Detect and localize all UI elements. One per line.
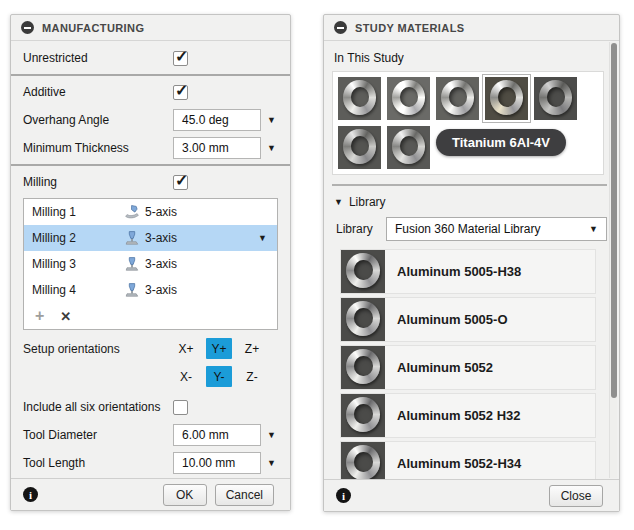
material-list-item[interactable]: Aluminum 5005-O xyxy=(340,297,596,342)
3-axis-mill-icon xyxy=(124,282,140,298)
tool-diameter-row: Tool Diameter 6.00 mm ▼ xyxy=(11,421,290,449)
additive-label: Additive xyxy=(23,85,173,99)
additive-checkbox[interactable] xyxy=(173,85,188,100)
dropdown-arrow-icon[interactable]: ▼ xyxy=(267,143,278,153)
material-thumbnail xyxy=(341,298,385,341)
unrestricted-row: Unrestricted xyxy=(11,44,290,72)
milling-operation-row[interactable]: Milling 3 3-axis xyxy=(24,251,277,277)
section-divider xyxy=(332,184,607,186)
include-all-orientations-checkbox[interactable] xyxy=(173,400,188,415)
cancel-button[interactable]: Cancel xyxy=(215,484,274,506)
in-this-study-swatch-grid: Titanium 6Al-4V xyxy=(332,71,604,175)
milling-operation-name: Milling 3 xyxy=(32,257,124,271)
study-materials-footer: i Close xyxy=(324,479,619,511)
milling-operation-row[interactable]: Milling 1 5-axis xyxy=(24,199,277,225)
material-list-item[interactable]: Aluminum 5005-H38 xyxy=(340,249,596,294)
add-operation-button[interactable]: + xyxy=(35,308,44,324)
library-field-label: Library xyxy=(336,222,386,236)
library-select-row: Library Fusion 360 Material Library ▼ xyxy=(336,217,607,241)
info-icon[interactable]: i xyxy=(23,487,38,502)
library-section-header[interactable]: ▼ Library xyxy=(334,195,619,209)
material-list-item[interactable]: Aluminum 5052-H34 xyxy=(340,441,596,483)
material-swatch[interactable] xyxy=(534,77,577,120)
material-name: Aluminum 5005-H38 xyxy=(397,264,521,279)
tool-diameter-label: Tool Diameter xyxy=(23,428,173,442)
orientation-z-minus-button[interactable]: Z- xyxy=(239,366,265,387)
milling-operations-list: Milling 1 5-axis Milling 2 xyxy=(23,198,278,330)
overhang-angle-label: Overhang Angle xyxy=(23,113,173,127)
dropdown-arrow-icon[interactable]: ▼ xyxy=(267,430,278,440)
in-this-study-label: In This Study xyxy=(334,51,619,65)
dropdown-arrow-icon[interactable]: ▼ xyxy=(267,458,278,468)
material-thumbnail xyxy=(341,250,385,293)
row-dropdown-arrow-icon[interactable]: ▼ xyxy=(258,233,269,243)
milling-label: Milling xyxy=(23,175,173,189)
dropdown-arrow-icon: ▼ xyxy=(589,224,598,234)
milling-operation-name: Milling 4 xyxy=(32,283,124,297)
minimum-thickness-input[interactable]: 3.00 mm xyxy=(173,137,261,159)
collapse-icon[interactable] xyxy=(334,21,347,34)
material-thumbnail xyxy=(341,346,385,389)
collapse-icon[interactable] xyxy=(21,21,34,34)
library-materials-list: Aluminum 5005-H38 Aluminum 5005-O Alumin… xyxy=(340,249,596,483)
material-list-item[interactable]: Aluminum 5052 xyxy=(340,345,596,390)
material-swatch[interactable] xyxy=(436,77,479,120)
axis-type-label: 3-axis xyxy=(145,257,177,271)
material-thumbnail xyxy=(341,394,385,437)
manufacturing-footer: i OK Cancel xyxy=(11,478,290,510)
panel-scrollbar[interactable] xyxy=(609,42,617,478)
orientation-x-plus-button[interactable]: X+ xyxy=(173,338,199,359)
orientation-z-plus-button[interactable]: Z+ xyxy=(239,338,265,359)
study-materials-dialog: STUDY MATERIALS In This Study Titanium 6… xyxy=(323,14,620,512)
study-materials-header: STUDY MATERIALS xyxy=(324,15,619,41)
5-axis-mill-icon xyxy=(124,204,140,220)
axis-type-label: 5-axis xyxy=(145,205,177,219)
milling-operation-row[interactable]: Milling 4 3-axis xyxy=(24,277,277,303)
include-all-orientations-label: Include all six orientations xyxy=(23,400,173,414)
material-thumbnail xyxy=(341,442,385,483)
close-button[interactable]: Close xyxy=(549,485,603,507)
3-axis-mill-icon xyxy=(124,256,140,272)
orientation-y-minus-button[interactable]: Y- xyxy=(206,366,232,387)
manufacturing-header: MANUFACTURING xyxy=(11,15,290,41)
material-list-item[interactable]: Aluminum 5052 H32 xyxy=(340,393,596,438)
tool-length-input[interactable]: 10.00 mm xyxy=(173,452,261,474)
orientation-grid: X+ Y+ Z+ X- Y- Z- xyxy=(173,338,265,387)
minimum-thickness-label: Minimum Thickness xyxy=(23,141,173,155)
panel-title: MANUFACTURING xyxy=(42,22,144,34)
material-swatch[interactable] xyxy=(387,126,430,169)
material-swatch[interactable] xyxy=(338,126,381,169)
info-icon[interactable]: i xyxy=(336,488,351,503)
collapse-triangle-icon[interactable]: ▼ xyxy=(334,197,343,207)
milling-row: Milling xyxy=(11,168,290,196)
milling-operation-name: Milling 2 xyxy=(32,231,124,245)
ok-button[interactable]: OK xyxy=(163,484,207,506)
material-swatch[interactable] xyxy=(387,77,430,120)
list-toolbar: + ✕ xyxy=(24,303,277,329)
milling-operation-name: Milling 1 xyxy=(32,205,124,219)
orientation-x-minus-button[interactable]: X- xyxy=(173,366,199,387)
material-tooltip: Titanium 6Al-4V xyxy=(436,129,566,156)
material-name: Aluminum 5052 H32 xyxy=(397,408,521,423)
tool-diameter-input[interactable]: 6.00 mm xyxy=(173,424,261,446)
library-section-label: Library xyxy=(349,195,386,209)
scrollbar-thumb[interactable] xyxy=(611,43,617,398)
overhang-angle-input[interactable]: 45.0 deg xyxy=(173,109,261,131)
minimum-thickness-row: Minimum Thickness 3.00 mm ▼ xyxy=(11,134,290,162)
unrestricted-checkbox[interactable] xyxy=(173,51,188,66)
tool-length-row: Tool Length 10.00 mm ▼ xyxy=(11,449,290,477)
library-select[interactable]: Fusion 360 Material Library ▼ xyxy=(386,217,607,241)
section-divider xyxy=(11,164,290,166)
material-swatch-selected-titanium[interactable] xyxy=(485,77,528,120)
include-all-orientations-row: Include all six orientations xyxy=(11,393,290,421)
dropdown-arrow-icon[interactable]: ▼ xyxy=(267,115,278,125)
manufacturing-dialog: MANUFACTURING Unrestricted Additive Over… xyxy=(10,14,291,511)
remove-operation-button[interactable]: ✕ xyxy=(60,310,71,323)
milling-checkbox[interactable] xyxy=(173,175,188,190)
unrestricted-label: Unrestricted xyxy=(23,51,173,65)
setup-orientations-label: Setup orientations xyxy=(23,338,173,387)
material-name: Aluminum 5052-H34 xyxy=(397,456,521,471)
milling-operation-row[interactable]: Milling 2 3-axis ▼ xyxy=(24,225,277,251)
material-swatch[interactable] xyxy=(338,77,381,120)
orientation-y-plus-button[interactable]: Y+ xyxy=(206,338,232,359)
